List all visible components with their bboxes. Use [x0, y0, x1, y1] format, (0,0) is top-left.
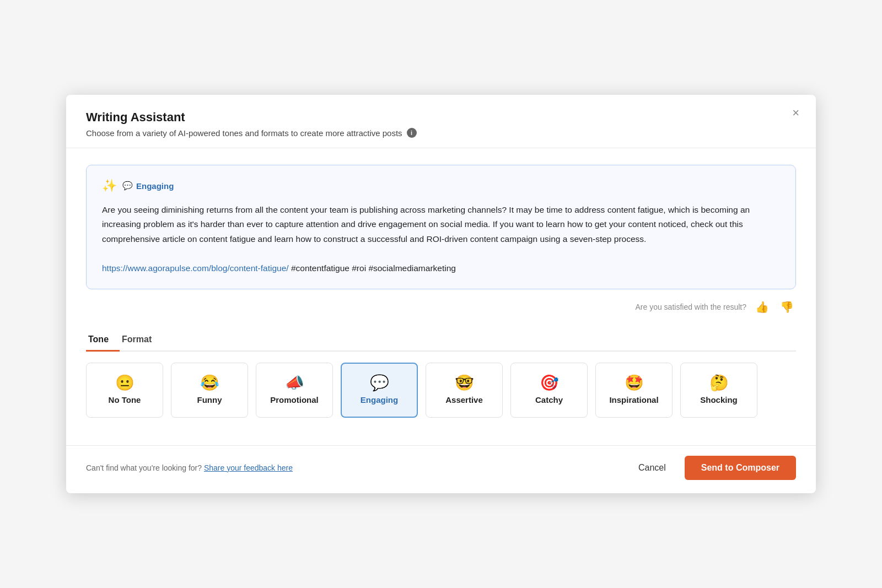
send-to-composer-button[interactable]: Send to Composer [685, 456, 796, 480]
result-hashtags: #contentfatigue #roi #socialmediamarketi… [291, 263, 456, 273]
satisfaction-row: Are you satisfied with the result? 👍 👎 [86, 299, 796, 315]
tone-label-engaging: Engaging [361, 395, 398, 404]
tone-badge-label: Engaging [136, 181, 174, 191]
tone-label-catchy: Catchy [535, 395, 563, 404]
feedback-link[interactable]: Share your feedback here [204, 463, 293, 472]
tone-emoji-inspirational: 🤩 [625, 375, 644, 391]
tone-card-shocking[interactable]: 🤔 Shocking [680, 363, 757, 418]
tone-card-no-tone[interactable]: 😐 No Tone [86, 363, 163, 418]
tone-emoji-no-tone: 😐 [115, 375, 135, 391]
result-body: Are you seeing diminishing returns from … [102, 203, 780, 276]
tone-card-promotional[interactable]: 📣 Promotional [256, 363, 333, 418]
modal-title: Writing Assistant [86, 110, 796, 125]
tone-label-no-tone: No Tone [109, 395, 141, 404]
tone-label-promotional: Promotional [270, 395, 319, 404]
footer-actions: Cancel Send to Composer [628, 456, 796, 480]
modal-header: Writing Assistant Choose from a variety … [66, 95, 816, 148]
tone-card-engaging[interactable]: 💬 Engaging [341, 363, 418, 418]
subtitle-text: Choose from a variety of AI-powered tone… [86, 128, 402, 138]
tab-format[interactable]: Format [120, 330, 163, 352]
tone-emoji-engaging: 💬 [370, 375, 389, 391]
tone-card-inspirational[interactable]: 🤩 Inspirational [595, 363, 673, 418]
feedback-text: Can't find what you're looking for? [86, 463, 202, 472]
writing-assistant-modal: Writing Assistant Choose from a variety … [66, 95, 816, 493]
tone-card-catchy[interactable]: 🎯 Catchy [510, 363, 588, 418]
wand-icon: ✨ [102, 179, 117, 193]
tone-emoji-assertive: 🤓 [455, 375, 474, 391]
tone-badge-emoji: 💬 [122, 181, 133, 191]
thumbup-button[interactable]: 👍 [753, 299, 771, 315]
tone-emoji-catchy: 🎯 [540, 375, 559, 391]
cancel-button[interactable]: Cancel [628, 457, 676, 478]
tone-card-assertive[interactable]: 🤓 Assertive [426, 363, 503, 418]
tone-badge: 💬 Engaging [122, 181, 174, 191]
result-header: ✨ 💬 Engaging [102, 179, 780, 193]
tone-label-assertive: Assertive [445, 395, 483, 404]
tone-emoji-shocking: 🤔 [709, 375, 729, 391]
result-box: ✨ 💬 Engaging Are you seeing diminishing … [86, 165, 796, 289]
modal-subtitle: Choose from a variety of AI-powered tone… [86, 128, 796, 138]
close-button[interactable]: × [792, 107, 799, 119]
tone-cards: 😐 No Tone 😂 Funny 📣 Promotional 💬 Engagi… [86, 363, 796, 418]
footer-feedback: Can't find what you're looking for? Shar… [86, 463, 293, 472]
modal-footer: Can't find what you're looking for? Shar… [66, 445, 816, 493]
tone-label-funny: Funny [197, 395, 222, 404]
satisfaction-label: Are you satisfied with the result? [635, 303, 746, 311]
tone-label-shocking: Shocking [700, 395, 738, 404]
tab-tone[interactable]: Tone [86, 330, 120, 352]
modal-body: ✨ 💬 Engaging Are you seeing diminishing … [66, 148, 816, 445]
result-link[interactable]: https://www.agorapulse.com/blog/content-… [102, 263, 289, 273]
result-paragraph: Are you seeing diminishing returns from … [102, 205, 750, 244]
tone-card-funny[interactable]: 😂 Funny [171, 363, 248, 418]
tone-emoji-funny: 😂 [200, 375, 219, 391]
thumbdown-button[interactable]: 👎 [778, 299, 796, 315]
info-icon[interactable]: i [407, 128, 417, 138]
thumbup-icon: 👍 [755, 301, 769, 313]
tabs-row: Tone Format [86, 330, 796, 352]
thumbdown-icon: 👎 [780, 301, 794, 313]
tone-emoji-promotional: 📣 [285, 375, 304, 391]
tone-label-inspirational: Inspirational [609, 395, 658, 404]
